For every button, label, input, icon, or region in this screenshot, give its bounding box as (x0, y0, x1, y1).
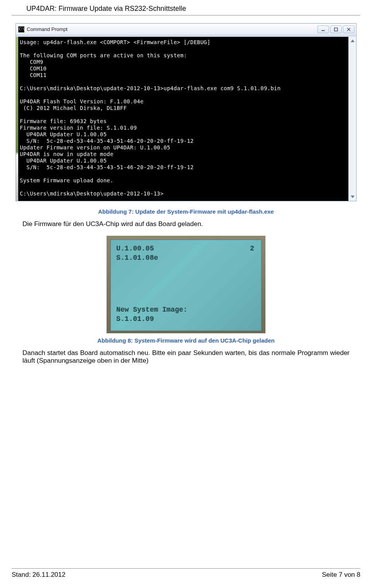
svg-rect-1 (334, 28, 338, 31)
window-buttons (317, 26, 355, 33)
footer-page: Seite 7 von 8 (322, 571, 360, 579)
close-button[interactable] (343, 26, 355, 33)
maximize-button[interactable] (330, 26, 342, 33)
minimize-icon (321, 27, 325, 31)
scroll-down-icon (351, 195, 355, 198)
page-footer: Stand: 26.11.2012 Seite 7 von 8 (12, 568, 360, 579)
svg-rect-0 (322, 30, 325, 31)
lcd-top-right: 2 (250, 244, 254, 253)
lcd-mid-2: S.1.01.09 (116, 314, 256, 324)
minimize-button[interactable] (317, 26, 329, 33)
lcd-line-2: S.1.01.08e (116, 253, 256, 262)
paragraph-2: Danach startet das Board automatisch neu… (22, 349, 350, 365)
maximize-icon (334, 27, 338, 31)
cmd-body-wrap: Usage: up4dar-flash.exe <COMPORT> <Firmw… (16, 35, 356, 201)
lcd-line-1: U.1.00.05 (116, 244, 256, 253)
close-icon (347, 27, 351, 31)
paragraph-1: Die Firmware für den UC3A-Chip wird auf … (22, 220, 350, 228)
cmd-titlebar: Command Prompt (16, 24, 356, 35)
footer-date: Stand: 26.11.2012 (12, 571, 65, 579)
header-title: UP4DAR: Firmware Update via RS232-Schnit… (26, 5, 186, 12)
cmd-window-title: Command Prompt (27, 26, 317, 32)
cmd-output: Usage: up4dar-flash.exe <COMPORT> <Firmw… (18, 37, 348, 201)
cmd-icon (18, 26, 24, 33)
lcd-mid-1: New System Image: (116, 305, 256, 314)
page-header: UP4DAR: Firmware Update via RS232-Schnit… (12, 0, 360, 15)
scroll-up-icon (351, 39, 355, 42)
lcd-screen: U.1.00.05 S.1.01.08e 2 New System Image:… (110, 240, 262, 331)
cmd-scrollbar[interactable] (348, 37, 356, 201)
figure-7-caption: Abbildung 7: Update der System-Firmware … (12, 208, 360, 215)
lcd-photo: U.1.00.05 S.1.01.08e 2 New System Image:… (107, 236, 265, 333)
page-content: Command Prompt Usage: up4dar-flash.exe <… (0, 15, 372, 365)
cmd-window: Command Prompt Usage: up4dar-flash.exe <… (16, 23, 356, 201)
figure-8-caption: Abbildung 8: System-Firmware wird auf de… (12, 337, 360, 344)
